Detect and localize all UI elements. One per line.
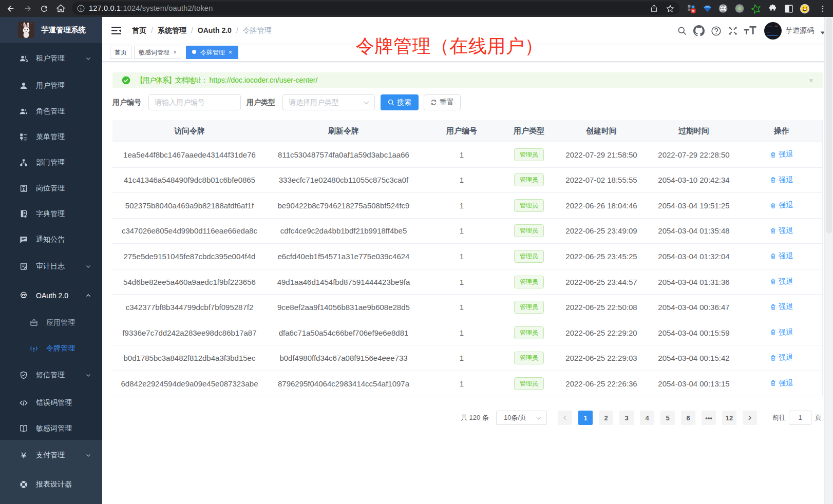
svg-text:9: 9: [692, 9, 694, 13]
